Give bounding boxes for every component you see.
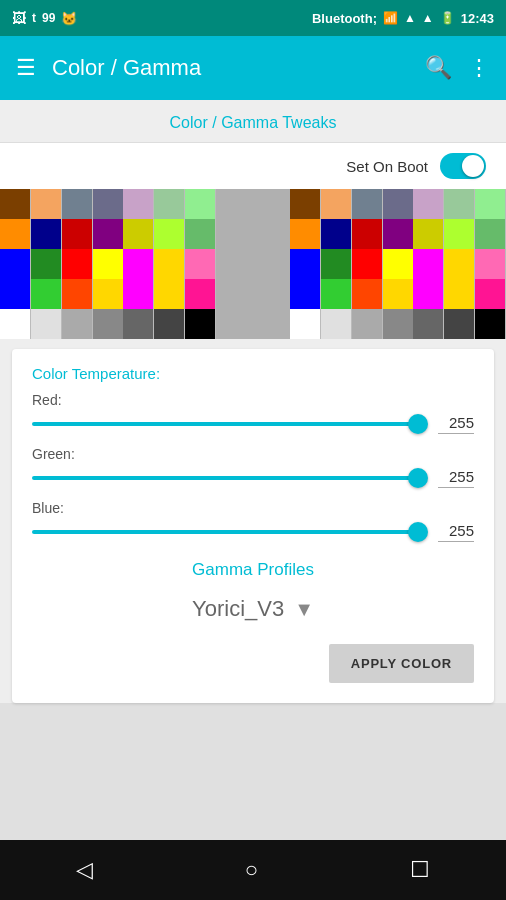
color-cell xyxy=(475,279,505,309)
back-icon[interactable]: ◁ xyxy=(76,857,93,883)
section-header-text: Color / Gamma Tweaks xyxy=(170,114,337,131)
t-icon: t xyxy=(32,11,36,25)
color-cell xyxy=(321,309,351,339)
color-cell xyxy=(290,309,320,339)
color-cell xyxy=(0,219,30,249)
color-cell xyxy=(123,219,153,249)
color-cell xyxy=(0,309,30,339)
color-cell xyxy=(62,309,92,339)
photo-icon: 🖼 xyxy=(12,10,26,26)
color-cell xyxy=(321,249,351,279)
color-cell xyxy=(123,309,153,339)
time-display: 12:43 xyxy=(461,11,494,26)
nav-bar: ◁ ○ ☐ xyxy=(0,840,506,900)
set-on-boot-row: Set On Boot xyxy=(0,143,506,189)
status-bar: 🖼 t 99 🐱 Bluetooth; 📶 ▲ ▲ 🔋 12:43 xyxy=(0,0,506,36)
green-slider-row: Green: 255 xyxy=(32,446,474,488)
color-cell xyxy=(185,189,215,219)
red-slider-value: 255 xyxy=(438,414,474,434)
status-icons-left: 🖼 t 99 🐱 xyxy=(12,10,77,26)
blue-slider-track[interactable] xyxy=(32,530,426,534)
bluetooth-icon: Bluetooth; xyxy=(312,11,377,26)
color-cell xyxy=(185,309,215,339)
color-cell xyxy=(93,189,123,219)
color-cell xyxy=(444,249,474,279)
color-cell xyxy=(475,219,505,249)
apply-color-button[interactable]: APPLY COLOR xyxy=(329,644,474,683)
color-cell xyxy=(290,219,320,249)
red-slider-track[interactable] xyxy=(32,422,426,426)
color-cell xyxy=(475,189,505,219)
color-cell xyxy=(383,189,413,219)
color-cell xyxy=(383,279,413,309)
color-cell xyxy=(413,279,443,309)
green-slider-track[interactable] xyxy=(32,476,426,480)
color-cell xyxy=(413,249,443,279)
gamma-profiles-label: Gamma Profiles xyxy=(32,560,474,580)
color-cell xyxy=(31,249,61,279)
recent-icon[interactable]: ☐ xyxy=(410,857,430,883)
set-on-boot-toggle[interactable] xyxy=(440,153,486,179)
color-cell xyxy=(444,279,474,309)
red-slider-thumb xyxy=(408,414,428,434)
gamma-dropdown-arrow: ▼ xyxy=(294,598,314,621)
color-cell xyxy=(475,249,505,279)
color-cell xyxy=(62,249,92,279)
color-cell xyxy=(290,279,320,309)
color-cell xyxy=(383,249,413,279)
red-slider-track-row: 255 xyxy=(32,414,474,434)
blue-slider-row: Blue: 255 xyxy=(32,500,474,542)
color-cell xyxy=(321,189,351,219)
green-slider-value: 255 xyxy=(438,468,474,488)
green-slider-track-row: 255 xyxy=(32,468,474,488)
color-cell xyxy=(62,189,92,219)
battery-icon: 🔋 xyxy=(440,11,455,25)
color-cell xyxy=(123,189,153,219)
color-cell xyxy=(123,249,153,279)
toggle-knob xyxy=(462,155,484,177)
color-grid-container xyxy=(0,189,506,339)
blue-label: Blue: xyxy=(32,500,474,516)
color-cell xyxy=(154,219,184,249)
color-cell xyxy=(154,309,184,339)
blue-slider-value: 255 xyxy=(438,522,474,542)
blue-slider-thumb xyxy=(408,522,428,542)
color-cell xyxy=(321,279,351,309)
home-icon[interactable]: ○ xyxy=(245,857,258,883)
color-cell xyxy=(352,249,382,279)
signal-icon: ▲ xyxy=(422,11,434,25)
color-grid-right xyxy=(290,189,506,339)
color-cell xyxy=(154,279,184,309)
apply-btn-row: APPLY COLOR xyxy=(32,644,474,683)
green-label: Green: xyxy=(32,446,474,462)
badge-icon: 99 xyxy=(42,11,55,25)
grid-spacer xyxy=(216,189,290,339)
color-cell xyxy=(321,219,351,249)
app-bar-title: Color / Gamma xyxy=(52,55,409,81)
search-icon[interactable]: 🔍 xyxy=(425,55,452,81)
color-cell xyxy=(383,219,413,249)
color-cell xyxy=(93,249,123,279)
color-cell xyxy=(413,219,443,249)
color-cell xyxy=(413,309,443,339)
main-content: Color / Gamma Tweaks Set On Boot Color T… xyxy=(0,100,506,703)
color-cell xyxy=(290,249,320,279)
status-icons-right: Bluetooth; 📶 ▲ ▲ 🔋 12:43 xyxy=(312,11,494,26)
color-cell xyxy=(413,189,443,219)
more-icon[interactable]: ⋮ xyxy=(468,55,490,81)
color-cell xyxy=(31,189,61,219)
color-cell xyxy=(93,309,123,339)
color-cell xyxy=(0,279,30,309)
color-cell xyxy=(352,279,382,309)
red-slider-row: Red: 255 xyxy=(32,392,474,434)
color-cell xyxy=(93,279,123,309)
color-cell xyxy=(62,219,92,249)
color-cell xyxy=(185,249,215,279)
app-icon: 🐱 xyxy=(61,11,77,26)
color-cell xyxy=(444,309,474,339)
color-cell xyxy=(31,279,61,309)
menu-icon[interactable]: ☰ xyxy=(16,55,36,81)
gamma-dropdown-row[interactable]: Yorici_V3 ▼ xyxy=(32,588,474,630)
wifi-icon: ▲ xyxy=(404,11,416,25)
set-on-boot-label: Set On Boot xyxy=(346,158,428,175)
